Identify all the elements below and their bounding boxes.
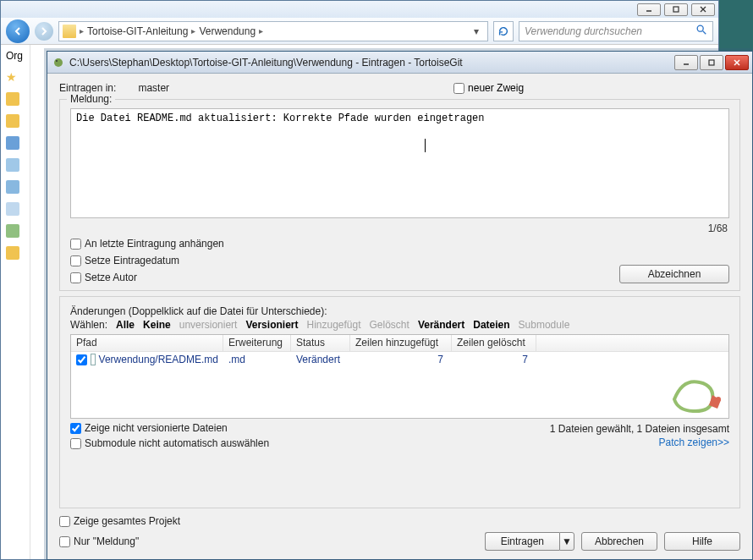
breadcrumb-dropdown-icon[interactable]: ▾ xyxy=(469,25,484,37)
favorites-icon: ★ xyxy=(6,70,17,84)
show-whole-project-label: Zeige gesamtes Projekt xyxy=(74,515,180,527)
svg-point-12 xyxy=(716,397,721,402)
folder-icon xyxy=(63,25,76,38)
filter-versioned[interactable]: Versioniert xyxy=(245,319,298,331)
changes-group: Änderungen (Doppelklick auf die Datei fü… xyxy=(59,296,740,508)
refresh-button[interactable] xyxy=(493,21,514,41)
drive-icon xyxy=(6,180,19,194)
commit-dialog: C:\Users\Stephan\Desktop\Tortoise-GIT-An… xyxy=(47,51,753,560)
help-button[interactable]: Hilfe xyxy=(664,532,740,551)
file-row[interactable]: Verwendung/README.md .md Verändert 7 7 xyxy=(71,352,728,367)
file-status: Verändert xyxy=(291,354,350,365)
chevron-right-icon: ▸ xyxy=(259,26,263,36)
new-branch-checkbox[interactable] xyxy=(453,83,464,94)
signoff-button[interactable]: Abzeichnen xyxy=(619,265,729,283)
show-patch-link[interactable]: Patch zeigen>> xyxy=(550,436,729,448)
dialog-close-button[interactable] xyxy=(725,55,749,70)
filter-submodule: Submodule xyxy=(519,319,570,331)
dialog-minimize-button[interactable] xyxy=(674,55,698,70)
cancel-button[interactable]: Abbrechen xyxy=(581,532,657,551)
file-lines-added: 7 xyxy=(350,354,452,365)
search-icon xyxy=(695,24,707,38)
filter-row: Wählen: Alle Keine unversioniert Version… xyxy=(70,319,729,331)
chevron-right-icon: ▸ xyxy=(80,26,84,36)
svg-line-5 xyxy=(703,31,706,35)
commit-button[interactable]: Eintragen xyxy=(485,532,559,551)
folder-icon xyxy=(6,92,19,106)
filter-all[interactable]: Alle xyxy=(116,319,135,331)
only-message-checkbox[interactable] xyxy=(59,536,70,547)
folder-icon xyxy=(6,136,19,150)
breadcrumb-part[interactable]: Verwendung xyxy=(199,25,256,37)
amend-label: An letzte Eintragung anhängen xyxy=(85,238,224,250)
show-unversioned-label: Zeige nicht versionierte Dateien xyxy=(85,422,228,434)
col-lines-added[interactable]: Zeilen hinzugefügt xyxy=(350,335,452,351)
commit-button-dropdown[interactable]: ▼ xyxy=(559,532,574,551)
show-unversioned-checkbox[interactable] xyxy=(70,423,81,434)
file-path: Verwendung/README.md xyxy=(99,354,218,365)
changes-description: Änderungen (Doppelklick auf die Datei fü… xyxy=(70,305,729,317)
commit-message-input[interactable] xyxy=(70,108,729,218)
commit-to-label: Eintragen in: xyxy=(59,82,116,94)
breadcrumb-part[interactable]: Tortoise-GIT-Anleitung xyxy=(87,25,188,37)
explorer-nav: ▸ Tortoise-GIT-Anleitung ▸ Verwendung ▸ … xyxy=(1,18,718,45)
nav-back-button[interactable] xyxy=(6,19,30,43)
no-auto-submodule-label: Submodule nicht automatisch auswählen xyxy=(85,437,269,449)
filter-none[interactable]: Keine xyxy=(143,319,171,331)
search-placeholder: Verwendung durchsuchen xyxy=(525,25,642,37)
dialog-maximize-button[interactable] xyxy=(700,55,723,70)
col-ext[interactable]: Erweiterung xyxy=(223,335,291,351)
chevron-right-icon: ▸ xyxy=(191,26,195,36)
col-path[interactable]: Pfad xyxy=(71,335,223,351)
svg-rect-1 xyxy=(673,7,679,12)
explorer-sidebar: Org ★ xyxy=(1,45,30,559)
filter-deleted: Gelöscht xyxy=(370,319,409,331)
dialog-title: C:\Users\Stephan\Desktop\Tortoise-GIT-An… xyxy=(69,57,669,69)
no-auto-submodule-checkbox[interactable] xyxy=(70,438,81,449)
svg-point-7 xyxy=(56,60,58,62)
filter-modified[interactable]: Verändert xyxy=(418,319,464,331)
file-icon xyxy=(91,354,96,365)
filter-files[interactable]: Dateien xyxy=(473,319,509,331)
breadcrumb[interactable]: ▸ Tortoise-GIT-Anleitung ▸ Verwendung ▸ … xyxy=(58,21,488,41)
explorer-maximize-button[interactable] xyxy=(664,3,688,16)
sidebar-label: Org xyxy=(6,50,23,62)
svg-rect-9 xyxy=(709,60,714,65)
status-count: 1 Dateien gewählt, 1 Dateien insgesamt xyxy=(550,423,729,435)
col-lines-deleted[interactable]: Zeilen gelöscht xyxy=(452,335,536,351)
folder-icon xyxy=(6,114,19,128)
col-status[interactable]: Status xyxy=(291,335,350,351)
file-list[interactable]: Pfad Erweiterung Status Zeilen hinzugefü… xyxy=(70,334,729,419)
filter-unversioned: unversioniert xyxy=(179,319,238,331)
search-input[interactable]: Verwendung durchsuchen xyxy=(519,21,713,41)
tortoisegit-watermark-icon xyxy=(666,365,727,416)
set-author-checkbox[interactable] xyxy=(70,272,81,283)
explorer-titlebar xyxy=(1,1,718,18)
branch-name: master xyxy=(138,82,169,94)
folder-icon xyxy=(6,158,19,172)
network-icon xyxy=(6,224,19,238)
svg-point-4 xyxy=(697,25,703,31)
svg-point-6 xyxy=(54,58,63,67)
computer-icon xyxy=(6,202,19,216)
message-group: Meldung: 1/68 An letzte Eintragung anhän… xyxy=(59,99,740,291)
file-row-checkbox[interactable] xyxy=(76,354,87,365)
new-branch-label: neuer Zweig xyxy=(468,82,524,94)
file-ext: .md xyxy=(223,354,291,365)
tortoisegit-icon xyxy=(52,57,64,69)
explorer-close-button[interactable] xyxy=(691,3,715,16)
explorer-minimize-button[interactable] xyxy=(637,3,661,16)
set-date-label: Setze Eintragedatum xyxy=(85,255,179,266)
amend-checkbox[interactable] xyxy=(70,239,81,250)
file-lines-deleted: 7 xyxy=(452,354,536,365)
only-message-label: Nur "Meldung" xyxy=(74,535,139,547)
set-date-checkbox[interactable] xyxy=(70,255,81,266)
set-author-label: Setze Autor xyxy=(85,272,137,283)
folder-icon xyxy=(6,246,19,260)
show-whole-project-checkbox[interactable] xyxy=(59,516,70,527)
dialog-titlebar[interactable]: C:\Users\Stephan\Desktop\Tortoise-GIT-An… xyxy=(47,52,752,74)
filter-added: Hinzugefügt xyxy=(306,319,360,331)
filter-select-label: Wählen: xyxy=(70,319,107,331)
message-counter: 1/68 xyxy=(70,221,729,238)
nav-forward-button[interactable] xyxy=(35,22,53,41)
